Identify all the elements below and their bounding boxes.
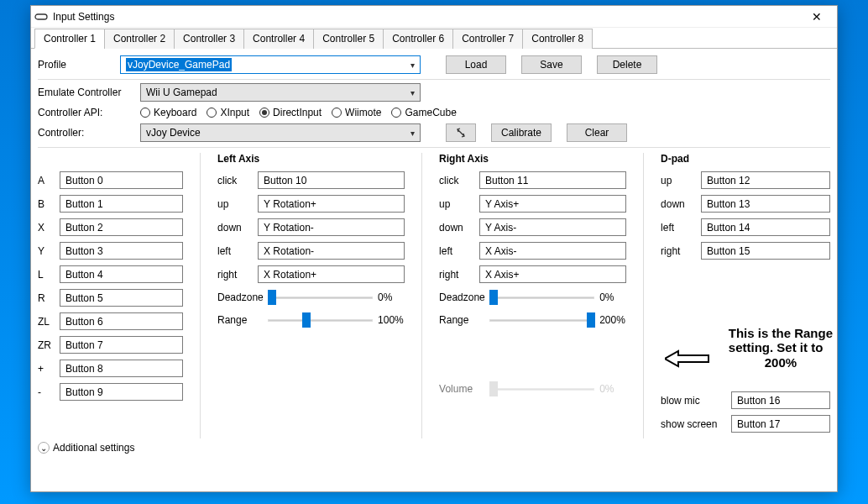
left-range-label: Range bbox=[217, 314, 263, 326]
button-field-A[interactable]: Button 0 bbox=[60, 171, 183, 189]
calibrate-button[interactable]: Calibrate bbox=[491, 123, 552, 142]
api-gamecube[interactable]: GameCube bbox=[391, 107, 456, 118]
emulate-label: Emulate Controller bbox=[38, 87, 135, 98]
tab-controller-2[interactable]: Controller 2 bbox=[104, 29, 175, 49]
svg-rect-0 bbox=[35, 14, 47, 19]
left-up-label: up bbox=[217, 198, 253, 210]
right-down-field[interactable]: Y Axis- bbox=[479, 218, 626, 236]
right-right-field[interactable]: X Axis+ bbox=[479, 265, 626, 283]
api-wiimote[interactable]: Wiimote bbox=[332, 107, 381, 118]
controller-label: Controller: bbox=[38, 127, 135, 139]
api-directinput[interactable]: DirectInput bbox=[259, 107, 322, 118]
refresh-icon bbox=[455, 127, 467, 139]
volume-label: Volume bbox=[439, 383, 484, 395]
save-button[interactable]: Save bbox=[521, 55, 582, 74]
button-field-X[interactable]: Button 2 bbox=[60, 218, 183, 236]
left-axis-column: Left Axis click Button 10up Y Rotation+d… bbox=[217, 153, 405, 438]
left-left-label: left bbox=[217, 245, 253, 257]
api-keyboard[interactable]: Keyboard bbox=[140, 107, 196, 118]
left-down-label: down bbox=[217, 222, 253, 234]
left-deadzone-label: Deadzone bbox=[217, 291, 263, 303]
right-down-label: down bbox=[439, 222, 474, 234]
button-field-B[interactable]: Button 1 bbox=[60, 195, 183, 213]
button-label-ZL: ZL bbox=[38, 316, 55, 328]
left-right-field[interactable]: X Rotation+ bbox=[258, 265, 405, 283]
blow-mic-field[interactable]: Button 16 bbox=[731, 391, 830, 409]
profile-select[interactable]: vJoyDevice_GamePad bbox=[120, 55, 421, 74]
content: Profile vJoyDevice_GamePad Load Save Del… bbox=[31, 49, 837, 457]
left-click-field[interactable]: Button 10 bbox=[258, 171, 405, 189]
button-field-ZL[interactable]: Button 6 bbox=[60, 312, 183, 330]
right-right-label: right bbox=[439, 269, 474, 281]
tab-controller-3[interactable]: Controller 3 bbox=[174, 29, 244, 49]
tab-controller-8[interactable]: Controller 8 bbox=[522, 29, 593, 49]
dpad-left-field[interactable]: Button 14 bbox=[701, 218, 830, 236]
delete-button[interactable]: Delete bbox=[597, 55, 657, 74]
left-range-value: 100% bbox=[378, 314, 405, 326]
chevron-down-icon: ⌄ bbox=[38, 442, 50, 454]
right-up-field[interactable]: Y Axis+ bbox=[479, 195, 626, 213]
tab-controller-5[interactable]: Controller 5 bbox=[313, 29, 384, 49]
emulate-select[interactable]: Wii U Gamepad bbox=[140, 83, 421, 102]
show-screen-field[interactable]: Button 17 bbox=[731, 415, 830, 433]
buttons-column: A Button 0B Button 1X Button 2Y Button 3… bbox=[38, 153, 183, 438]
button-label-R: R bbox=[38, 292, 55, 304]
window-title: Input Settings bbox=[53, 11, 800, 23]
title-bar: Input Settings ✕ bbox=[31, 6, 837, 28]
show-screen-label: show screen bbox=[661, 418, 726, 430]
left-deadzone-slider[interactable] bbox=[268, 289, 373, 306]
button-field-Y[interactable]: Button 3 bbox=[60, 242, 183, 260]
dpad-header: D-pad bbox=[661, 153, 830, 165]
clear-button[interactable]: Clear bbox=[567, 123, 627, 142]
right-range-label: Range bbox=[439, 314, 484, 326]
button-field--[interactable]: Button 9 bbox=[60, 383, 183, 401]
button-field-+[interactable]: Button 8 bbox=[60, 360, 183, 377]
right-click-field[interactable]: Button 11 bbox=[479, 171, 626, 189]
right-click-label: click bbox=[439, 175, 474, 186]
right-left-label: left bbox=[439, 245, 474, 257]
dpad-left-label: left bbox=[661, 222, 696, 234]
tab-controller-1[interactable]: Controller 1 bbox=[34, 29, 105, 49]
tab-controller-7[interactable]: Controller 7 bbox=[452, 29, 523, 49]
dpad-right-label: right bbox=[661, 245, 696, 257]
profile-label: Profile bbox=[38, 59, 115, 71]
right-range-slider[interactable] bbox=[489, 312, 594, 328]
left-axis-header: Left Axis bbox=[217, 153, 405, 165]
dpad-up-label: up bbox=[661, 175, 696, 186]
button-label-ZR: ZR bbox=[38, 339, 55, 351]
dpad-column: D-pad up Button 12down Button 13left But… bbox=[661, 153, 830, 438]
api-xinput[interactable]: XInput bbox=[207, 107, 249, 118]
refresh-button[interactable] bbox=[446, 123, 476, 142]
close-button[interactable]: ✕ bbox=[800, 10, 834, 24]
right-deadzone-slider[interactable] bbox=[489, 289, 594, 306]
button-label-+: + bbox=[38, 363, 55, 375]
blow-mic-label: blow mic bbox=[661, 395, 726, 407]
load-button[interactable]: Load bbox=[446, 55, 506, 74]
tab-controller-4[interactable]: Controller 4 bbox=[243, 29, 314, 49]
left-down-field[interactable]: Y Rotation- bbox=[258, 218, 405, 236]
dpad-right-field[interactable]: Button 15 bbox=[701, 242, 830, 260]
button-field-ZR[interactable]: Button 7 bbox=[60, 336, 183, 354]
button-field-R[interactable]: Button 5 bbox=[60, 289, 183, 307]
button-label-L: L bbox=[38, 269, 55, 281]
right-axis-column: Right Axis click Button 11up Y Axis+down… bbox=[439, 153, 626, 438]
additional-settings-toggle[interactable]: ⌄ Additional settings bbox=[38, 442, 830, 454]
app-icon bbox=[34, 10, 48, 24]
right-left-field[interactable]: X Axis- bbox=[479, 242, 626, 260]
left-left-field[interactable]: X Rotation- bbox=[258, 242, 405, 260]
controller-tabs: Controller 1 Controller 2 Controller 3 C… bbox=[31, 28, 837, 49]
dpad-down-field[interactable]: Button 13 bbox=[701, 195, 830, 213]
button-field-L[interactable]: Button 4 bbox=[60, 265, 183, 283]
button-label-A: A bbox=[38, 175, 55, 186]
button-label--: - bbox=[38, 386, 55, 398]
tab-controller-6[interactable]: Controller 6 bbox=[383, 29, 453, 49]
left-up-field[interactable]: Y Rotation+ bbox=[258, 195, 405, 213]
controller-select[interactable]: vJoy Device bbox=[140, 123, 421, 142]
api-radio-group: Keyboard XInput DirectInput Wiimote Game… bbox=[140, 107, 457, 118]
dpad-up-field[interactable]: Button 12 bbox=[701, 171, 830, 189]
volume-value: 0% bbox=[599, 383, 626, 395]
right-range-value: 200% bbox=[599, 314, 626, 326]
left-range-slider[interactable] bbox=[268, 312, 373, 328]
volume-slider bbox=[489, 381, 594, 397]
right-up-label: up bbox=[439, 198, 474, 210]
